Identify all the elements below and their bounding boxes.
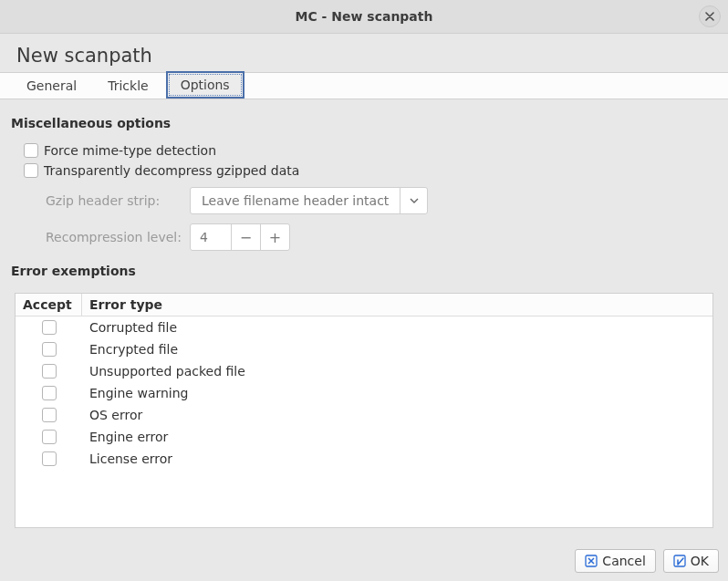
title-bar: MC - New scanpath bbox=[0, 0, 728, 34]
error-exemptions-group: Accept Error type Corrupted fileEncrypte… bbox=[11, 289, 717, 532]
window-title: MC - New scanpath bbox=[296, 9, 433, 24]
error-exemptions-table: Accept Error type Corrupted fileEncrypte… bbox=[15, 293, 713, 528]
force-mime-row: Force mime-type detection bbox=[24, 143, 717, 158]
transp-gzip-label: Transparently decompress gzipped data bbox=[44, 163, 299, 178]
section-title-error-exemptions: Error exemptions bbox=[11, 264, 717, 278]
error-type-cell: OS error bbox=[82, 408, 712, 422]
misc-options-group: Force mime-type detection Transparently … bbox=[24, 138, 717, 256]
table-row[interactable]: Encrypted file bbox=[16, 338, 712, 360]
cancel-icon bbox=[585, 555, 598, 567]
table-row[interactable]: License error bbox=[16, 448, 712, 470]
error-type-cell: Engine error bbox=[82, 430, 712, 444]
tab-options[interactable]: Options bbox=[166, 71, 244, 99]
error-type-cell: Encrypted file bbox=[82, 342, 712, 357]
recompression-value[interactable]: 4 bbox=[191, 224, 231, 250]
accept-checkbox[interactable] bbox=[42, 364, 57, 379]
error-type-cell: Unsupported packed file bbox=[82, 364, 712, 379]
transp-gzip-checkbox[interactable] bbox=[24, 163, 38, 178]
table-row[interactable]: Engine warning bbox=[16, 382, 712, 404]
gzip-strip-label: Gzip header strip: bbox=[46, 193, 182, 208]
ok-button-label: OK bbox=[691, 554, 709, 568]
accept-cell bbox=[16, 408, 82, 422]
error-type-cell: License error bbox=[82, 451, 712, 466]
accept-checkbox[interactable] bbox=[42, 451, 57, 466]
force-mime-checkbox[interactable] bbox=[24, 143, 38, 158]
dialog-window: MC - New scanpath New scanpath General T… bbox=[0, 0, 728, 581]
transp-gzip-row: Transparently decompress gzipped data bbox=[24, 163, 717, 178]
accept-cell bbox=[16, 342, 82, 357]
table-row[interactable]: OS error bbox=[16, 404, 712, 426]
col-header-accept[interactable]: Accept bbox=[16, 294, 82, 316]
table-row[interactable]: Engine error bbox=[16, 426, 712, 448]
cancel-button-label: Cancel bbox=[602, 554, 645, 568]
accept-checkbox[interactable] bbox=[42, 320, 57, 335]
recompression-decrement[interactable]: − bbox=[231, 224, 260, 250]
table-body: Corrupted fileEncrypted fileUnsupported … bbox=[16, 316, 712, 527]
accept-checkbox[interactable] bbox=[42, 342, 57, 357]
accept-cell bbox=[16, 364, 82, 379]
tab-general[interactable]: General bbox=[13, 73, 90, 99]
table-row[interactable]: Corrupted file bbox=[16, 316, 712, 338]
gzip-strip-row: Gzip header strip: Leave filename header… bbox=[46, 187, 717, 214]
section-title-misc: Miscellaneous options bbox=[11, 116, 717, 130]
table-header: Accept Error type bbox=[16, 294, 712, 316]
svg-rect-1 bbox=[674, 555, 685, 566]
tab-panel-options: Miscellaneous options Force mime-type de… bbox=[0, 99, 728, 545]
accept-cell bbox=[16, 386, 82, 400]
dialog-footer: Cancel OK bbox=[0, 545, 728, 581]
ok-icon bbox=[673, 555, 686, 567]
tab-bar: General Trickle Options bbox=[0, 72, 728, 99]
error-type-cell: Corrupted file bbox=[82, 320, 712, 335]
accept-checkbox[interactable] bbox=[42, 386, 57, 400]
gzip-strip-dropdown[interactable]: Leave filename header intact bbox=[190, 187, 428, 214]
page-title: New scanpath bbox=[0, 34, 728, 72]
gzip-strip-value: Leave filename header intact bbox=[191, 188, 400, 213]
table-row[interactable]: Unsupported packed file bbox=[16, 360, 712, 382]
gzip-strip-dropdown-button[interactable] bbox=[400, 188, 427, 213]
accept-cell bbox=[16, 451, 82, 466]
recompression-label: Recompression level: bbox=[46, 230, 182, 244]
recompression-spinner[interactable]: 4 − + bbox=[190, 223, 290, 251]
recompression-increment[interactable]: + bbox=[260, 224, 289, 250]
tab-trickle[interactable]: Trickle bbox=[94, 73, 161, 99]
close-icon bbox=[705, 12, 714, 21]
accept-checkbox[interactable] bbox=[42, 430, 57, 444]
window-close-button[interactable] bbox=[699, 5, 721, 27]
cancel-button[interactable]: Cancel bbox=[575, 549, 655, 573]
accept-cell bbox=[16, 320, 82, 335]
error-type-cell: Engine warning bbox=[82, 386, 712, 400]
ok-button[interactable]: OK bbox=[663, 549, 719, 573]
chevron-down-icon bbox=[410, 196, 419, 205]
col-header-error-type[interactable]: Error type bbox=[82, 294, 712, 316]
force-mime-label: Force mime-type detection bbox=[44, 143, 216, 158]
accept-cell bbox=[16, 430, 82, 444]
accept-checkbox[interactable] bbox=[42, 408, 57, 422]
recompression-row: Recompression level: 4 − + bbox=[46, 223, 717, 251]
